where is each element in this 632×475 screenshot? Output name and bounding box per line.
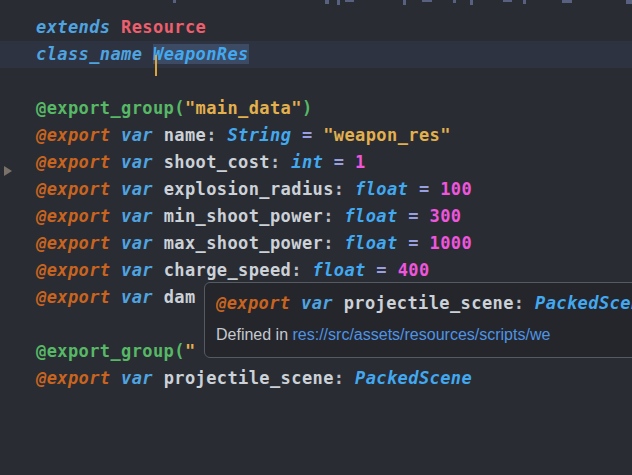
code-token: charge_speed xyxy=(153,260,291,280)
code-token: float xyxy=(344,233,397,253)
code-line[interactable]: @export var shoot_cost: int = 1 xyxy=(0,149,632,176)
clipped-glyph-fragment xyxy=(337,0,340,5)
code-token: @export xyxy=(36,287,110,307)
clipped-glyph-fragment xyxy=(422,0,432,2)
code-line[interactable]: @export var explosion_radius: float = 10… xyxy=(0,176,632,203)
code-token: 1 xyxy=(355,152,366,172)
code-token: extends xyxy=(36,17,110,37)
clipped-glyph-fragment xyxy=(470,0,473,5)
code-token: = xyxy=(408,179,440,199)
tooltip-defined-in-row: Defined in res://src/assets/resources/sc… xyxy=(216,324,632,346)
code-token: : xyxy=(514,293,535,313)
code-token: 300 xyxy=(430,206,462,226)
code-token xyxy=(110,206,121,226)
code-token: dam xyxy=(153,287,196,307)
code-token: projectile_scene xyxy=(333,293,514,313)
code-token xyxy=(110,287,121,307)
symbol-tooltip: @export var projectile_scene: PackedScen… xyxy=(204,282,632,358)
code-token: @export_group( xyxy=(36,341,185,361)
code-token: : xyxy=(291,260,312,280)
code-token: explosion_radius xyxy=(153,179,334,199)
code-token: @export xyxy=(36,260,110,280)
clipped-glyph-fragment xyxy=(173,0,176,3)
code-token: var xyxy=(121,125,153,145)
code-token: = xyxy=(366,260,398,280)
code-token: var xyxy=(121,179,153,199)
code-token: min_shoot_power xyxy=(153,206,323,226)
code-token: projectile_scene xyxy=(153,368,334,388)
code-token: float xyxy=(313,260,366,280)
code-token: class_name xyxy=(36,44,142,64)
code-token: WeaponRes xyxy=(153,44,249,64)
tooltip-defined-in-label: Defined in xyxy=(216,326,293,343)
code-token: @export xyxy=(36,125,110,145)
code-token xyxy=(110,152,121,172)
code-line[interactable]: @export var projectile_scene: PackedScen… xyxy=(0,365,632,392)
code-token: "weapon_res" xyxy=(323,125,451,145)
code-token: @export xyxy=(36,206,110,226)
code-token: float xyxy=(355,179,408,199)
code-token xyxy=(110,17,121,37)
code-line[interactable]: @export var charge_speed: float = 400 xyxy=(0,257,632,284)
code-token: PackedScene xyxy=(355,368,472,388)
code-token: @export xyxy=(216,293,290,313)
code-token: : xyxy=(270,152,291,172)
code-token: 1000 xyxy=(430,233,473,253)
clipped-glyph-fragment xyxy=(453,0,456,3)
code-token: = xyxy=(291,125,323,145)
code-token: "main_data" xyxy=(185,98,302,118)
clipped-glyph-fragment xyxy=(325,0,329,4)
code-token: @export xyxy=(36,152,110,172)
code-token: Resource xyxy=(121,17,206,37)
code-token: : xyxy=(323,206,344,226)
code-token: var xyxy=(121,287,153,307)
code-line[interactable] xyxy=(0,68,632,95)
clipped-glyph-fragment xyxy=(345,0,354,2)
code-token: shoot_cost xyxy=(153,152,270,172)
code-line[interactable]: @export var min_shoot_power: float = 300 xyxy=(0,203,632,230)
code-token: = xyxy=(323,152,355,172)
code-line[interactable]: extends Resource xyxy=(0,14,632,41)
code-token: int xyxy=(291,152,323,172)
code-token: float xyxy=(344,206,397,226)
code-token: name xyxy=(153,125,206,145)
code-token xyxy=(110,233,121,253)
code-token: = xyxy=(398,206,430,226)
code-line[interactable]: @export var name: String = "weapon_res" xyxy=(0,122,632,149)
code-token: @export xyxy=(36,233,110,253)
code-token xyxy=(110,125,121,145)
code-token: var xyxy=(121,152,153,172)
code-token: = xyxy=(398,233,430,253)
clipped-glyph-fragment xyxy=(503,0,512,2)
code-token: var xyxy=(301,293,333,313)
clipped-glyph-fragment xyxy=(626,0,632,4)
code-editor: extends Resourceclass_name WeaponRes@exp… xyxy=(0,0,632,475)
code-token: var xyxy=(121,206,153,226)
code-line[interactable]: @export_group("main_data") xyxy=(0,95,632,122)
code-token xyxy=(142,44,153,64)
code-token: var xyxy=(121,260,153,280)
tooltip-file-link[interactable]: res://src/assets/resources/scripts/we xyxy=(293,326,551,343)
code-token: ) xyxy=(302,98,313,118)
clipped-glyph-fragment xyxy=(562,0,572,3)
code-line[interactable]: class_name WeaponRes xyxy=(0,41,632,68)
code-token xyxy=(110,260,121,280)
code-line[interactable]: @export var max_shoot_power: float = 100… xyxy=(0,230,632,257)
code-token: var xyxy=(121,368,153,388)
code-token: 100 xyxy=(440,179,472,199)
text-caret xyxy=(155,55,157,76)
code-token: @export_group( xyxy=(36,98,185,118)
code-token: : xyxy=(334,179,355,199)
code-token: var xyxy=(121,233,153,253)
code-token xyxy=(290,293,301,313)
code-token: @export xyxy=(36,179,110,199)
code-token: @export xyxy=(36,368,110,388)
code-token: : xyxy=(334,368,355,388)
code-token: : xyxy=(323,233,344,253)
tooltip-code-line: @export var projectile_scene: PackedScen… xyxy=(216,290,632,316)
code-token: 400 xyxy=(398,260,430,280)
code-token: " xyxy=(185,341,196,361)
code-token xyxy=(110,368,121,388)
code-token: max_shoot_power xyxy=(153,233,323,253)
code-token xyxy=(110,179,121,199)
